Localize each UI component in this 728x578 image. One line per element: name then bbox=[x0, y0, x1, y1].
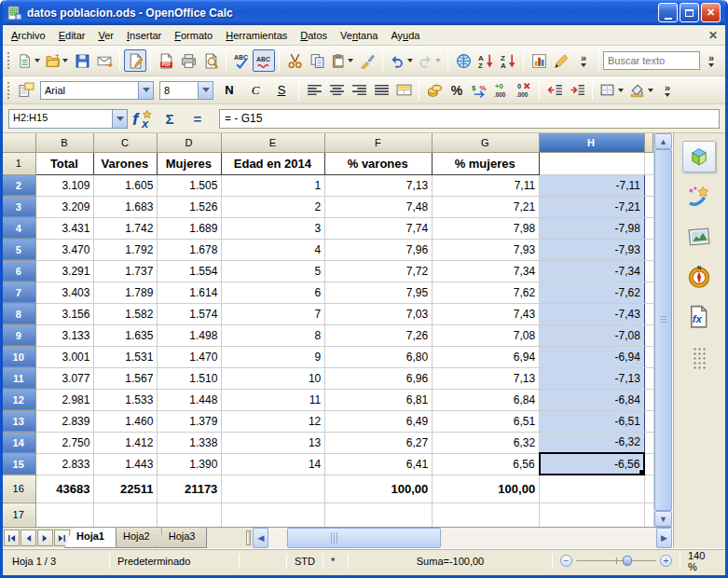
cell-F10[interactable]: 6,80 bbox=[325, 346, 433, 367]
cell-G16[interactable]: 100,00 bbox=[433, 475, 540, 502]
column-header-H[interactable]: H bbox=[540, 133, 645, 152]
cell-G5[interactable]: 7,93 bbox=[433, 239, 540, 260]
copy-button[interactable] bbox=[306, 49, 328, 72]
scroll-right-icon[interactable]: ▶ bbox=[656, 528, 672, 548]
standard-format-button[interactable]: $% bbox=[468, 79, 490, 102]
toolbar-grip[interactable] bbox=[7, 81, 11, 99]
sort-ascending-button[interactable]: AZ bbox=[474, 49, 497, 72]
cell-E7[interactable]: 6 bbox=[222, 282, 325, 303]
cell-D9[interactable]: 1.498 bbox=[158, 324, 222, 346]
cell-E2[interactable]: 1 bbox=[222, 174, 325, 196]
currency-format-button[interactable] bbox=[423, 79, 446, 102]
row-header-10[interactable]: 10 bbox=[3, 346, 36, 367]
vertical-scrollbar[interactable]: ▲ ▼ bbox=[653, 133, 672, 527]
menu-datos[interactable]: Datos bbox=[294, 27, 334, 44]
cell-empty[interactable] bbox=[644, 239, 652, 260]
formula-input[interactable]: = - G15 bbox=[219, 109, 720, 129]
open-button-dropdown-icon[interactable] bbox=[62, 59, 68, 62]
column-header-G[interactable]: G bbox=[433, 133, 540, 152]
standard-overflow-button[interactable]: » bbox=[572, 49, 595, 72]
cell-F13[interactable]: 6,49 bbox=[325, 410, 433, 432]
cell-F17[interactable] bbox=[325, 502, 433, 527]
cell-D11[interactable]: 1.510 bbox=[158, 367, 222, 389]
cell-H10[interactable]: -6,94 bbox=[540, 346, 645, 367]
font-name-combo-dropdown-icon[interactable] bbox=[138, 82, 153, 99]
tab-area-splitter[interactable] bbox=[246, 530, 251, 545]
sheet-tab-hoja1[interactable]: Hoja1 bbox=[64, 528, 117, 548]
zoom-slider[interactable]: − + bbox=[553, 555, 680, 567]
cell-C15[interactable]: 1.443 bbox=[94, 453, 158, 475]
cell-E15[interactable]: 14 bbox=[222, 453, 325, 475]
cell-F1[interactable]: % varones bbox=[325, 152, 433, 174]
horizontal-scroll-thumb[interactable] bbox=[287, 528, 441, 548]
cell-D13[interactable]: 1.379 bbox=[158, 410, 222, 432]
cell-H17[interactable] bbox=[540, 502, 645, 527]
cell-B6[interactable]: 3.291 bbox=[36, 260, 94, 282]
cell-G12[interactable]: 6,84 bbox=[433, 389, 540, 410]
page-preview-button[interactable] bbox=[199, 49, 222, 72]
background-color-button-dropdown-icon[interactable] bbox=[648, 89, 653, 92]
cell-G10[interactable]: 6,94 bbox=[433, 346, 540, 367]
menu-ventana[interactable]: Ventana bbox=[334, 27, 384, 44]
export-pdf-button[interactable]: PDF bbox=[155, 49, 177, 72]
row-header-15[interactable]: 15 bbox=[3, 453, 36, 475]
font-size-combo-dropdown-icon[interactable] bbox=[198, 82, 213, 99]
menu-editar[interactable]: Editar bbox=[52, 27, 92, 44]
cell-G3[interactable]: 7,21 bbox=[433, 196, 540, 217]
row-header-11[interactable]: 11 bbox=[3, 367, 36, 389]
merge-cells-button[interactable] bbox=[392, 79, 415, 102]
row-header-5[interactable]: 5 bbox=[3, 239, 36, 260]
cell-H14[interactable]: -6,32 bbox=[540, 432, 645, 453]
cell-B12[interactable]: 2.981 bbox=[36, 389, 94, 410]
cell-C6[interactable]: 1.737 bbox=[94, 260, 158, 282]
cell-E4[interactable]: 3 bbox=[222, 217, 325, 239]
select-all-corner[interactable] bbox=[3, 133, 36, 152]
decrease-indent-button[interactable] bbox=[543, 79, 566, 102]
navigator-button[interactable]: N bbox=[682, 261, 716, 293]
cell-F5[interactable]: 7,96 bbox=[325, 239, 433, 260]
cell-H4[interactable]: -7,98 bbox=[540, 217, 645, 239]
paste-button-dropdown-icon[interactable] bbox=[348, 59, 353, 62]
cell-empty[interactable] bbox=[644, 389, 652, 410]
cell-E16[interactable] bbox=[222, 475, 325, 502]
sum-button[interactable]: Σ bbox=[158, 107, 182, 130]
cell-C8[interactable]: 1.582 bbox=[94, 303, 158, 324]
close-button[interactable]: ✕ bbox=[701, 3, 721, 22]
fontwork-gallery-button[interactable] bbox=[682, 181, 716, 213]
dock-toolbar-grip[interactable] bbox=[693, 347, 706, 371]
find-overflow-button[interactable]: » bbox=[700, 49, 722, 72]
background-color-button[interactable] bbox=[626, 79, 656, 102]
cell-C17[interactable] bbox=[94, 502, 158, 527]
cell-empty[interactable] bbox=[644, 260, 652, 282]
cell-C13[interactable]: 1.460 bbox=[94, 410, 158, 432]
cell-G14[interactable]: 6,32 bbox=[433, 432, 540, 453]
cell-C10[interactable]: 1.531 bbox=[94, 346, 158, 367]
edit-file-button[interactable] bbox=[124, 49, 146, 72]
row-header-14[interactable]: 14 bbox=[3, 432, 36, 453]
percent-format-button[interactable]: % bbox=[446, 79, 468, 102]
cell-E11[interactable]: 10 bbox=[222, 367, 325, 389]
cell-E10[interactable]: 9 bbox=[222, 346, 325, 367]
cell-E1[interactable]: Edad en 2014 bbox=[222, 152, 325, 174]
cell-H3[interactable]: -7,21 bbox=[540, 196, 645, 217]
cell-empty[interactable] bbox=[644, 346, 652, 367]
cell-E5[interactable]: 4 bbox=[222, 239, 325, 260]
formatting-overflow-button[interactable]: » bbox=[656, 79, 679, 102]
cell-B9[interactable]: 3.133 bbox=[36, 324, 94, 346]
hyperlink-button[interactable] bbox=[452, 49, 474, 72]
row-header-16[interactable]: 16 bbox=[3, 475, 36, 502]
cell-C14[interactable]: 1.412 bbox=[94, 432, 158, 453]
row-header-3[interactable]: 3 bbox=[3, 196, 36, 217]
cell-F9[interactable]: 7,26 bbox=[325, 324, 433, 346]
cell-B16[interactable]: 43683 bbox=[36, 475, 94, 502]
cell-H9[interactable]: -7,08 bbox=[540, 324, 645, 346]
menu-herramientas[interactable]: Herramientas bbox=[219, 27, 294, 44]
auto-spellcheck-button[interactable]: ABC bbox=[253, 49, 275, 72]
insert-chart-button[interactable] bbox=[528, 49, 550, 72]
cell-D17[interactable] bbox=[158, 502, 222, 527]
scroll-left-icon[interactable]: ◀ bbox=[253, 528, 268, 548]
cell-C12[interactable]: 1.533 bbox=[94, 389, 158, 410]
column-header-F[interactable]: F bbox=[325, 133, 433, 152]
menu-formato[interactable]: Formato bbox=[168, 27, 219, 44]
cell-B4[interactable]: 3.431 bbox=[36, 217, 94, 239]
